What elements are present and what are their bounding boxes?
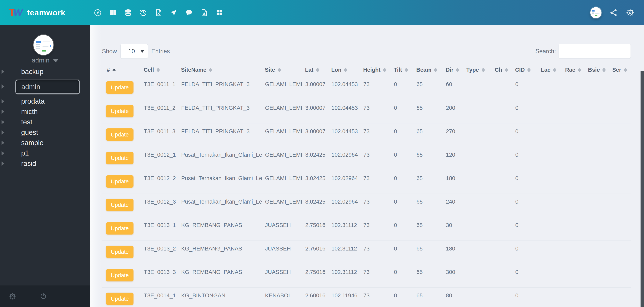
column-header-dir[interactable]: Dir: [442, 64, 463, 76]
sidebar-rename-input[interactable]: admin: [16, 80, 80, 94]
grid-apps-icon[interactable]: [215, 9, 223, 17]
cell-cid: 0: [512, 76, 538, 100]
sidebar-item-p1[interactable]: p1: [0, 148, 90, 158]
cell-rac: [562, 194, 585, 217]
sidebar-item-guest[interactable]: guest: [0, 127, 90, 138]
cell-dir: 60: [442, 76, 463, 100]
cell-tilt: 0: [391, 76, 413, 100]
cell-cell: T3E_0012_3: [140, 194, 178, 217]
column-header-scr[interactable]: Scr: [609, 64, 631, 76]
column-header-bsic[interactable]: Bsic: [585, 64, 609, 76]
cell-tilt: 0: [391, 217, 413, 241]
share-icon[interactable]: [609, 8, 618, 17]
chevron-down-icon: [53, 59, 58, 62]
user-avatar[interactable]: [590, 7, 602, 18]
update-button[interactable]: Update: [106, 175, 134, 188]
settings-gear-icon[interactable]: [9, 293, 16, 300]
cell-cid: 0: [512, 241, 538, 264]
table-row: UpdateT3E_0011_2FELDA_TITI_PRINGKAT_3GEL…: [102, 100, 631, 123]
sidebar-item-backup[interactable]: backup: [0, 66, 90, 77]
sort-icon: [209, 68, 212, 72]
search-input[interactable]: [558, 44, 631, 59]
update-button[interactable]: Update: [106, 152, 134, 164]
update-button[interactable]: Update: [106, 81, 134, 94]
column-header-rac[interactable]: Rac: [562, 64, 585, 76]
column-header-sitename[interactable]: SiteName: [178, 64, 262, 76]
cell-site: JUASSEH: [262, 241, 302, 264]
column-header-type[interactable]: Type: [463, 64, 492, 76]
update-button[interactable]: Update: [106, 222, 134, 235]
table-row: UpdateT3E_0014_1KG_BINTONGANKENABOI2.600…: [102, 288, 631, 307]
update-button[interactable]: Update: [106, 128, 134, 141]
cell-beam: 65: [413, 100, 442, 123]
chat-icon[interactable]: [185, 9, 193, 17]
cell-site: KENABOI: [262, 288, 302, 307]
sidebar-item-prodata[interactable]: prodata: [0, 96, 90, 106]
file-excel-icon[interactable]: [154, 9, 162, 17]
caret-right-icon: [2, 84, 4, 89]
caret-right-icon: [2, 120, 4, 124]
scrollbar[interactable]: [640, 71, 644, 307]
caret-right-icon: [2, 151, 4, 155]
page-size-select[interactable]: 10: [120, 44, 148, 59]
update-button[interactable]: Update: [106, 246, 134, 258]
cell-lon: 102.04453: [328, 123, 360, 147]
data-table: #CellSiteNameSiteLatLonHeightTiltBeamDir…: [102, 64, 631, 307]
cell-ch: [492, 123, 512, 147]
column-header-lat[interactable]: Lat: [302, 64, 328, 76]
sidebar-item-admin[interactable]: admin: [0, 77, 90, 96]
cell-ch: [492, 264, 512, 288]
column-header-beam[interactable]: Beam: [413, 64, 442, 76]
column-header-num[interactable]: #: [102, 64, 140, 76]
cell-lon: 102.02964: [328, 194, 360, 217]
search-control: Search:: [535, 44, 631, 59]
update-button[interactable]: Update: [106, 199, 134, 211]
brand[interactable]: TW teamwork: [9, 0, 66, 25]
cell-type: [463, 147, 492, 170]
sidebar-item-rasid[interactable]: rasid: [0, 158, 90, 169]
map-icon[interactable]: [109, 9, 117, 17]
column-header-lac[interactable]: Lac: [538, 64, 562, 76]
column-label: Tilt: [394, 67, 402, 73]
update-button[interactable]: Update: [106, 105, 134, 117]
cell-bsic: [585, 217, 609, 241]
cell-height: 73: [360, 194, 391, 217]
back-circle-icon[interactable]: [94, 9, 102, 17]
column-header-site[interactable]: Site: [262, 64, 302, 76]
cell-height: 73: [360, 217, 391, 241]
column-header-lon[interactable]: Lon: [328, 64, 360, 76]
column-header-height[interactable]: Height: [360, 64, 391, 76]
column-header-cid[interactable]: CID: [512, 64, 538, 76]
sidebar-item-sample[interactable]: sample: [0, 138, 90, 148]
sidebar-username[interactable]: admin: [0, 56, 90, 64]
file-pdf-icon[interactable]: [200, 9, 208, 17]
sidebar-item-micth[interactable]: micth: [0, 106, 90, 117]
sidebar-menu: backupadminprodatamicthtestguestsamplep1…: [0, 66, 90, 169]
column-header-ch[interactable]: Ch: [492, 64, 512, 76]
database-icon[interactable]: [124, 9, 132, 17]
cell-site: JUASSEH: [262, 264, 302, 288]
cell-sitename: Pusat_Ternakan_Ikan_Glami_Lemi: [178, 170, 262, 194]
cell-cid: 0: [512, 217, 538, 241]
cell-rac: [562, 147, 585, 170]
cell-lon: 102.04453: [328, 76, 360, 100]
cell-rac: [562, 241, 585, 264]
cell-bsic: [585, 100, 609, 123]
cell-sitename: FELDA_TITI_PRINGKAT_3: [178, 123, 262, 147]
history-icon[interactable]: [139, 9, 147, 17]
sidebar-item-test[interactable]: test: [0, 117, 90, 127]
location-arrow-icon[interactable]: [170, 9, 178, 17]
cell-sitename: KG_BINTONGAN: [178, 288, 262, 307]
sidebar-avatar[interactable]: [34, 35, 54, 55]
update-button[interactable]: Update: [106, 269, 134, 282]
sort-icon: [434, 68, 437, 72]
cell-lat: 3.00007: [302, 100, 328, 123]
settings-gear-icon[interactable]: [626, 8, 634, 17]
cell-lat: 2.60016: [302, 288, 328, 307]
column-header-tilt[interactable]: Tilt: [391, 64, 413, 76]
cell-dir: 120: [442, 147, 463, 170]
update-button[interactable]: Update: [106, 293, 134, 305]
cell-scr: [609, 241, 631, 264]
power-icon[interactable]: [40, 293, 47, 300]
column-header-cell[interactable]: Cell: [140, 64, 178, 76]
